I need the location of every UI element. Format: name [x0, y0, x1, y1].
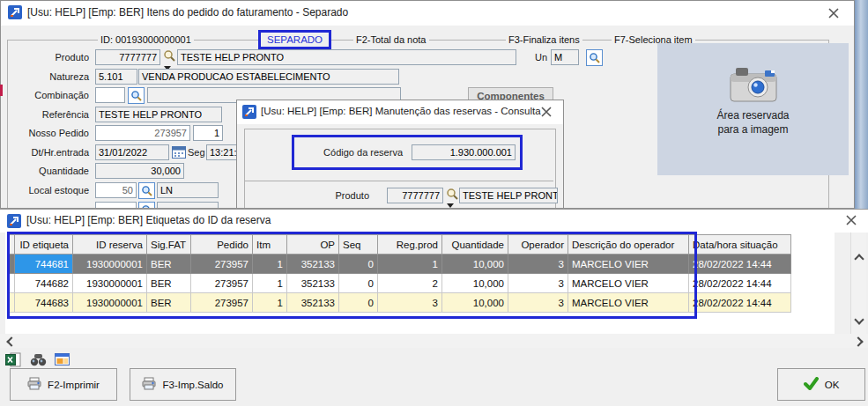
un-search-button[interactable]: [586, 49, 603, 66]
reserva-produto-desc-field[interactable]: TESTE HELP PRONTO: [459, 188, 558, 203]
table-cell[interactable]: 10,000: [442, 274, 508, 293]
table-cell[interactable]: 744683: [15, 293, 73, 313]
table-cell[interactable]: MARCELO VIER: [568, 255, 689, 274]
close-icon[interactable]: [540, 106, 554, 120]
separator: [245, 181, 553, 181]
f2-imprimir-button[interactable]: F2-Imprimir: [10, 368, 117, 401]
calendar-icon[interactable]: [172, 145, 186, 160]
ok-label: OK: [825, 380, 840, 390]
column-header[interactable]: Reg.prod: [378, 235, 442, 255]
table-cell[interactable]: 1: [253, 274, 287, 293]
table-cell[interactable]: 273957: [191, 293, 253, 313]
column-header[interactable]: ID etiqueta: [15, 235, 73, 255]
table-cell[interactable]: 1930000001: [73, 255, 147, 274]
nosso-pedido-seq-field[interactable]: 1: [193, 125, 223, 141]
camera-icon: [657, 63, 849, 108]
table-row[interactable]: 7446821930000001BER27395713521330210,000…: [10, 274, 791, 293]
produto-search-icon[interactable]: [163, 49, 176, 64]
codigo-reserva-field[interactable]: 1.930.000.001: [412, 144, 516, 160]
table-cell[interactable]: 352133: [287, 293, 339, 313]
local-estoque-code-field[interactable]: 50: [95, 182, 137, 198]
clipped-search-button[interactable]: [138, 202, 155, 209]
column-header[interactable]: Sig.FAT: [147, 235, 191, 255]
table-cell[interactable]: 744681: [15, 255, 73, 274]
column-header[interactable]: Quantidade: [442, 235, 508, 255]
clipped-field[interactable]: [95, 202, 137, 209]
reserva-produto-code-field[interactable]: 7777777: [387, 188, 443, 203]
scroll-down-icon[interactable]: [854, 314, 864, 324]
column-header[interactable]: Operador: [508, 235, 568, 255]
f3-finaliza-caption[interactable]: F3-Finaliza itens: [506, 33, 582, 47]
table-cell[interactable]: 0: [339, 293, 378, 313]
close-icon[interactable]: [827, 7, 842, 21]
horizontal-scrollbar[interactable]: [0, 334, 868, 348]
reserva-produto-dropdown-caret-icon[interactable]: [447, 203, 454, 208]
table-cell[interactable]: BER: [147, 293, 191, 313]
table-cell[interactable]: 1: [378, 255, 442, 274]
app-icon: [7, 214, 21, 228]
table-cell[interactable]: 3: [508, 255, 568, 274]
table-cell[interactable]: BER: [147, 274, 191, 293]
local-estoque-search-button[interactable]: [138, 182, 155, 199]
table-cell[interactable]: 0: [339, 255, 378, 274]
vertical-scrollbar[interactable]: [850, 233, 866, 334]
etiquetas-body: ID etiquetaID reservaSig.FATPedidoItmOPS…: [0, 233, 868, 406]
column-header[interactable]: Pedido: [191, 235, 253, 255]
un-field[interactable]: M: [551, 49, 579, 65]
table-cell[interactable]: 744682: [15, 274, 73, 293]
table-cell[interactable]: 3: [508, 274, 568, 293]
natureza-desc-field[interactable]: VENDA PRODUCAO ESTABELECIMENTO: [138, 69, 399, 85]
scroll-right-icon[interactable]: [853, 336, 863, 346]
nosso-pedido-field[interactable]: 273957: [95, 125, 190, 141]
combinacao-search-button[interactable]: [128, 87, 145, 104]
close-icon[interactable]: [845, 214, 859, 228]
table-cell[interactable]: 0: [339, 274, 378, 293]
local-estoque-desc-field[interactable]: LN: [157, 182, 219, 198]
table-cell[interactable]: 1: [253, 255, 287, 274]
table-cell[interactable]: BER: [147, 255, 191, 274]
clipped-desc-field[interactable]: [157, 202, 219, 209]
f3-imp-saldo-button[interactable]: F3-Imp.Saldo: [130, 368, 236, 401]
status-badge: SEPARADO: [258, 30, 331, 49]
table-cell[interactable]: 10,000: [442, 255, 508, 274]
table-row[interactable]: 7446811930000001BER27395713521330110,000…: [10, 255, 791, 274]
column-header[interactable]: Descrição do operador: [568, 235, 689, 255]
search-binoculars-icon[interactable]: [30, 353, 47, 368]
column-header[interactable]: ID reserva: [73, 235, 147, 255]
table-cell[interactable]: MARCELO VIER: [568, 274, 689, 293]
entrada-date-field[interactable]: 31/01/2022: [95, 144, 169, 160]
table-cell[interactable]: 28/02/2022 14:44: [689, 255, 791, 274]
table-cell[interactable]: 1930000001: [73, 293, 147, 313]
table-cell[interactable]: 352133: [287, 255, 339, 274]
produto-desc-field[interactable]: TESTE HELP PRONTO: [177, 49, 516, 65]
table-cell[interactable]: 28/02/2022 14:44: [689, 293, 791, 313]
table-cell[interactable]: 352133: [287, 274, 339, 293]
table-cell[interactable]: 28/02/2022 14:44: [689, 274, 791, 293]
table-cell[interactable]: 3: [508, 293, 568, 313]
table-cell[interactable]: 2: [378, 274, 442, 293]
column-header[interactable]: Data/hora situação: [689, 235, 791, 255]
reserva-produto-search-icon[interactable]: [446, 188, 459, 203]
f2-total-caption[interactable]: F2-Total da nota: [353, 33, 429, 47]
column-header[interactable]: Itm: [253, 235, 287, 255]
grid-config-icon[interactable]: [55, 352, 70, 368]
ok-button[interactable]: OK: [777, 368, 865, 401]
table-cell[interactable]: 3: [378, 293, 442, 313]
table-cell[interactable]: 10,000: [442, 293, 508, 313]
table-row[interactable]: 7446831930000001BER27395713521330310,000…: [10, 293, 791, 313]
referencia-field[interactable]: TESTE HELP PRONTO: [95, 107, 222, 122]
combinacao-field[interactable]: [95, 87, 125, 103]
table-cell[interactable]: 273957: [191, 255, 253, 274]
produto-code-field[interactable]: 7777777: [95, 49, 160, 65]
scroll-up-icon[interactable]: [854, 254, 864, 263]
column-header[interactable]: Seq: [339, 235, 378, 255]
scroll-left-icon[interactable]: [6, 336, 16, 346]
column-header[interactable]: OP: [287, 235, 339, 255]
excel-export-icon[interactable]: [5, 352, 21, 369]
natureza-code-field[interactable]: 5.101: [95, 69, 137, 85]
table-cell[interactable]: MARCELO VIER: [568, 293, 689, 313]
quantidade-field[interactable]: 30,000: [95, 163, 184, 179]
table-cell[interactable]: 1: [253, 293, 287, 313]
table-cell[interactable]: 1930000001: [73, 274, 147, 293]
table-cell[interactable]: 273957: [191, 274, 253, 293]
